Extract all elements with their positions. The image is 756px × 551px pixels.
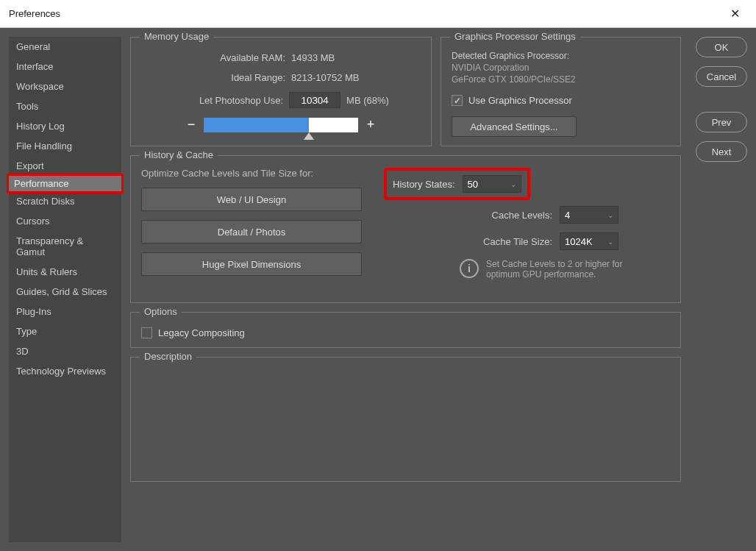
options-legend: Options [140,306,182,317]
preferences-content: General Interface Workspace Tools Histor… [0,28,756,551]
sidebar-item-3d[interactable]: 3D [9,341,121,361]
window-title: Preferences [9,8,60,19]
cache-tile-size-label: Cache Tile Size: [483,236,552,247]
prev-button[interactable]: Prev [696,112,747,132]
history-states-value: 50 [468,179,478,190]
description-legend: Description [140,351,196,362]
sidebar-item-export[interactable]: Export [9,156,121,176]
options-group: Options ✓ Legacy Compositing [130,312,681,348]
sidebar-item-guides-grid-slices[interactable]: Guides, Grid & Slices [9,282,121,302]
preset-default-photos-button[interactable]: Default / Photos [141,220,362,243]
chevron-down-icon[interactable]: ⌄ [607,211,613,219]
legacy-compositing-checkbox[interactable]: ✓ [141,327,152,338]
cache-tile-size-value: 1024K [565,236,593,247]
gpu-legend: Graphics Processor Settings [450,31,580,42]
advanced-settings-button[interactable]: Advanced Settings... [452,116,577,137]
available-ram-value: 14933 MB [291,52,387,63]
minus-icon[interactable]: − [185,117,198,132]
dialog-buttons: OK Cancel Prev Next [696,37,747,162]
use-gpu-label: Use Graphics Processor [468,95,572,106]
top-row: Memory Usage Available RAM: 14933 MB Ide… [130,37,681,146]
memory-usage-group: Memory Usage Available RAM: 14933 MB Ide… [130,37,432,146]
sidebar-item-general[interactable]: General [9,37,121,57]
use-gpu-checkbox[interactable]: ✓ [452,95,463,106]
preset-huge-pixel-button[interactable]: Huge Pixel Dimensions [141,252,362,276]
history-cache-group: History & Cache Optimize Cache Levels an… [130,155,681,303]
chevron-down-icon[interactable]: ⌄ [510,180,516,188]
optimize-label: Optimize Cache Levels and Tile Size for: [141,168,362,179]
description-group: Description [130,357,681,482]
sidebar-item-history-log[interactable]: History Log [9,116,121,136]
sidebar-item-cursors[interactable]: Cursors [9,211,121,231]
available-ram-label: Available RAM: [175,52,285,63]
plus-icon[interactable]: + [364,117,377,132]
ideal-range-value: 8213-10752 MB [291,72,387,83]
sidebar-item-scratch-disks[interactable]: Scratch Disks [9,191,121,211]
info-icon: i [460,259,479,278]
memory-slider-fill [204,118,309,132]
cache-levels-value: 4 [565,210,570,221]
main-panel: Memory Usage Available RAM: 14933 MB Ide… [130,37,681,542]
let-photoshop-use-suffix: MB (68%) [346,95,389,106]
ideal-range-label: Ideal Range: [175,72,285,83]
memory-usage-legend: Memory Usage [140,31,213,42]
gpu-settings-group: Graphics Processor Settings Detected Gra… [441,37,681,146]
sidebar-item-plug-ins[interactable]: Plug-Ins [9,302,121,321]
let-photoshop-use-input[interactable] [289,92,340,108]
sidebar-item-performance[interactable]: Performance [7,174,124,193]
next-button[interactable]: Next [696,141,747,162]
cache-info-text: Set Cache Levels to 2 or higher for opti… [486,259,633,280]
memory-slider-thumb[interactable] [304,132,314,140]
cache-tile-size-input[interactable]: 1024K ⌄ [560,232,618,250]
cancel-button[interactable]: Cancel [696,66,747,87]
sidebar-item-interface[interactable]: Interface [9,57,121,77]
history-states-input[interactable]: 50 ⌄ [463,175,521,193]
history-states-highlight: History States: 50 ⌄ [384,168,530,200]
preferences-sidebar: General Interface Workspace Tools Histor… [9,37,121,542]
ok-button[interactable]: OK [696,37,747,57]
legacy-compositing-label: Legacy Compositing [158,327,245,338]
sidebar-item-transparency-gamut[interactable]: Transparency & Gamut [9,231,121,262]
gpu-device: GeForce GTX 1080/PCIe/SSE2 [452,74,670,85]
sidebar-item-tools[interactable]: Tools [9,96,121,116]
chevron-down-icon[interactable]: ⌄ [607,238,613,246]
gpu-vendor: NVIDIA Corporation [452,63,670,73]
cache-levels-label: Cache Levels: [492,210,552,221]
sidebar-item-units-rulers[interactable]: Units & Rulers [9,262,121,282]
let-photoshop-use-label: Let Photoshop Use: [173,95,283,106]
detected-gpu-label: Detected Graphics Processor: [452,51,670,61]
close-icon[interactable]: ✕ [723,2,747,25]
cache-levels-input[interactable]: 4 ⌄ [560,206,618,224]
history-cache-legend: History & Cache [140,149,218,160]
sidebar-item-technology-previews[interactable]: Technology Previews [9,361,121,381]
sidebar-item-file-handling[interactable]: File Handling [9,136,121,156]
preset-web-ui-button[interactable]: Web / UI Design [141,188,362,211]
sidebar-item-workspace[interactable]: Workspace [9,77,121,96]
memory-slider[interactable] [204,118,358,132]
titlebar: Preferences ✕ [0,0,756,28]
history-states-label: History States: [393,179,455,190]
sidebar-item-type[interactable]: Type [9,321,121,341]
